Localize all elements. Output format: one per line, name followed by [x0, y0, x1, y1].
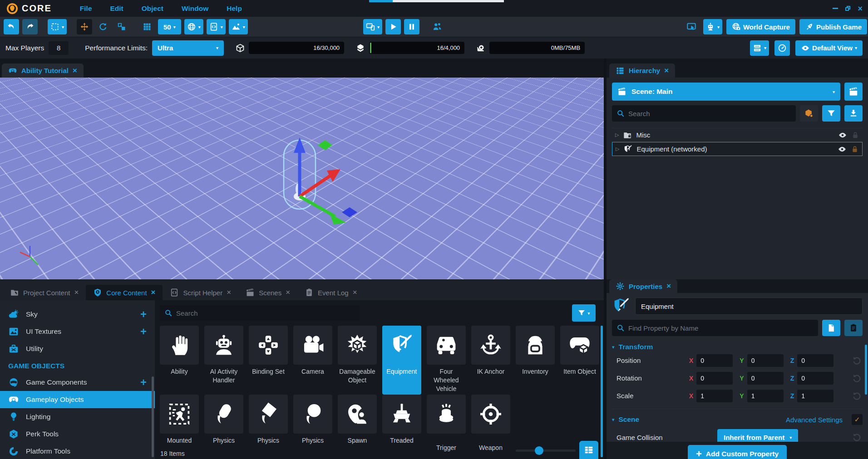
hierarchy-item-equipment-networked[interactable]: ▷Equipment (networked)	[612, 142, 863, 156]
scene-viewport[interactable]	[0, 78, 604, 279]
expand-caret-icon[interactable]: ▷	[615, 132, 619, 138]
close-icon[interactable]: ×	[73, 66, 77, 75]
close-icon[interactable]: ×	[353, 288, 357, 297]
hierarchy-search-input[interactable]	[628, 110, 791, 117]
sidebar-item-platform-tools[interactable]: Platform Tools	[0, 443, 155, 459]
advanced-settings-link[interactable]: Advanced Settings	[786, 416, 843, 424]
tab-ability-tutorial[interactable]: Ability Tutorial ×	[2, 63, 84, 78]
asset-search-box[interactable]	[160, 305, 360, 321]
sidebar-scrollbar[interactable]	[152, 376, 154, 457]
undo-button[interactable]	[4, 19, 19, 34]
asset-tile-equipment[interactable]: Equipment	[382, 326, 421, 395]
asset-filter-dropdown[interactable]: ▾	[572, 304, 596, 322]
sidebar-item-perk-tools[interactable]: Perk Tools	[0, 425, 155, 443]
scene-section-header[interactable]: ▾ Scene Advanced Settings ✓	[612, 409, 863, 425]
minimize-icon[interactable]	[833, 8, 838, 9]
pause-button[interactable]	[404, 19, 419, 34]
close-icon[interactable]: ×	[286, 288, 290, 297]
networked-objects-button[interactable]	[800, 105, 818, 122]
rotation-y-input[interactable]	[747, 372, 784, 385]
scene-manager-button[interactable]	[844, 83, 863, 101]
hierarchy-item-misc[interactable]: ▷Misc	[612, 128, 863, 142]
close-icon[interactable]: ×	[666, 282, 671, 291]
visibility-eye-icon[interactable]	[838, 145, 847, 154]
asset-tile-physics[interactable]: Physics	[249, 395, 288, 456]
properties-scrollbar[interactable]	[865, 345, 867, 395]
menu-window[interactable]: Window	[182, 5, 208, 13]
scale-tool-button[interactable]	[114, 19, 129, 34]
copy-properties-button[interactable]	[822, 320, 840, 336]
hierarchy-search-box[interactable]	[612, 105, 796, 122]
asset-tile-four-wheeled-vehicle[interactable]: Four Wheeled Vehicle	[427, 326, 466, 395]
asset-tile-camera[interactable]: Camera	[293, 326, 332, 395]
paste-properties-button[interactable]	[844, 320, 863, 336]
sidebar-item-game-components[interactable]: Game Components+	[0, 374, 155, 391]
scale-x-input[interactable]	[696, 390, 733, 402]
asset-tile-trigger[interactable]: Trigger	[427, 395, 466, 456]
grid-snap-button[interactable]	[139, 19, 155, 34]
add-custom-property-button[interactable]: + Add Custom Property	[688, 445, 787, 459]
add-icon[interactable]: +	[140, 327, 147, 336]
tab-event-log[interactable]: Event Log×	[297, 285, 365, 300]
reset-icon[interactable]	[852, 373, 862, 383]
script-dropdown[interactable]: ▾	[207, 19, 226, 34]
lock-icon[interactable]	[851, 145, 859, 153]
asset-grid-scrollbar[interactable]	[601, 326, 603, 457]
advanced-settings-checkbox[interactable]: ✓	[852, 414, 863, 425]
reset-icon[interactable]	[852, 356, 862, 366]
gizmo-plane-handle-blue[interactable]	[342, 207, 357, 217]
scene-selector-dropdown[interactable]: Scene: Main ▾	[612, 83, 840, 101]
slider-thumb[interactable]	[535, 446, 543, 455]
tab-hierarchy[interactable]: Hierarchy ×	[609, 63, 675, 78]
performance-limits-dropdown[interactable]: Ultra ▾	[152, 40, 224, 56]
close-icon[interactable]: ×	[74, 288, 79, 297]
scale-z-input[interactable]	[797, 390, 833, 402]
visibility-eye-icon[interactable]	[838, 131, 847, 140]
rotation-x-input[interactable]	[696, 372, 733, 385]
move-tool-button[interactable]	[77, 19, 92, 34]
close-icon[interactable]: ×	[151, 288, 156, 297]
asset-tile-binding-set[interactable]: Binding Set	[249, 326, 288, 395]
position-x-input[interactable]	[696, 354, 733, 367]
tile-size-slider[interactable]	[516, 449, 576, 452]
position-z-input[interactable]	[797, 354, 833, 367]
find-property-box[interactable]	[612, 320, 818, 336]
asset-tile-ai-activity-handler[interactable]: AI Activity Handler	[204, 326, 243, 395]
close-icon[interactable]: ×	[227, 288, 231, 297]
sidebar-item-gameplay-objects[interactable]: Gameplay Objects	[0, 391, 155, 408]
redo-button[interactable]	[22, 19, 38, 34]
close-icon[interactable]: ×	[664, 66, 669, 75]
asset-tile-treaded[interactable]: Treaded	[382, 395, 421, 456]
tab-script-helper[interactable]: Script Helper×	[163, 285, 238, 300]
asset-tile-ik-anchor[interactable]: IK Anchor	[471, 326, 510, 395]
performance-gauge-button[interactable]	[774, 40, 790, 56]
asset-tile-inventory[interactable]: Inventory	[516, 326, 555, 395]
collapse-all-button[interactable]	[844, 105, 863, 122]
translate-gizmo[interactable]	[236, 127, 372, 254]
find-property-input[interactable]	[628, 324, 814, 332]
default-view-dropdown[interactable]: Default View▾	[795, 40, 863, 56]
preview-device-dropdown[interactable]: ▾	[363, 19, 382, 34]
asset-search-input[interactable]	[176, 309, 355, 317]
scale-y-input[interactable]	[747, 390, 784, 402]
lock-icon[interactable]	[851, 131, 859, 139]
restore-icon[interactable]	[845, 6, 850, 11]
position-y-input[interactable]	[747, 354, 784, 367]
reset-icon[interactable]	[852, 432, 862, 442]
terrain-dropdown[interactable]: ▾	[229, 19, 248, 34]
menu-help[interactable]: Help	[227, 5, 242, 13]
add-icon[interactable]: +	[140, 378, 147, 387]
asset-tile-damageable-object[interactable]: Damageable Object	[338, 326, 377, 395]
play-button[interactable]	[385, 19, 401, 34]
tab-project-content[interactable]: Project Content×	[3, 285, 86, 300]
object-name-input[interactable]	[635, 298, 863, 315]
save-layers-dropdown[interactable]: ▾	[750, 40, 769, 56]
sidebar-item-ui-textures[interactable]: UI Textures+	[0, 323, 155, 340]
rotation-z-input[interactable]	[797, 372, 833, 385]
world-capture-button[interactable]: World Capture	[726, 19, 795, 34]
hierarchy-filter-button[interactable]	[822, 105, 840, 122]
menu-file[interactable]: File	[80, 5, 92, 13]
tab-properties[interactable]: Properties ×	[609, 279, 677, 293]
rotate-tool-button[interactable]	[95, 19, 111, 34]
transform-section-header[interactable]: ▾ Transform	[612, 343, 863, 351]
